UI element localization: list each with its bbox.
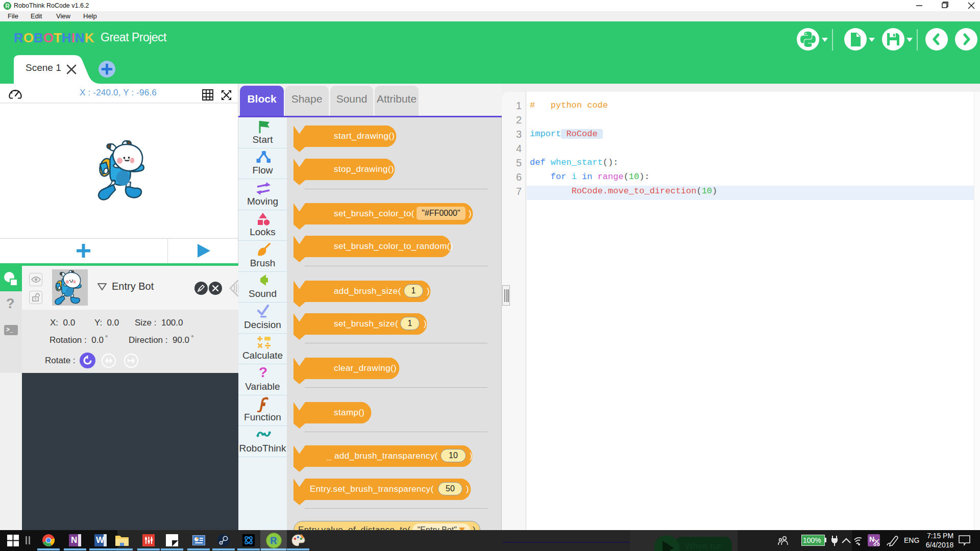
svg-text:R: R bbox=[271, 536, 277, 546]
svg-text:When run: When run bbox=[685, 541, 723, 551]
